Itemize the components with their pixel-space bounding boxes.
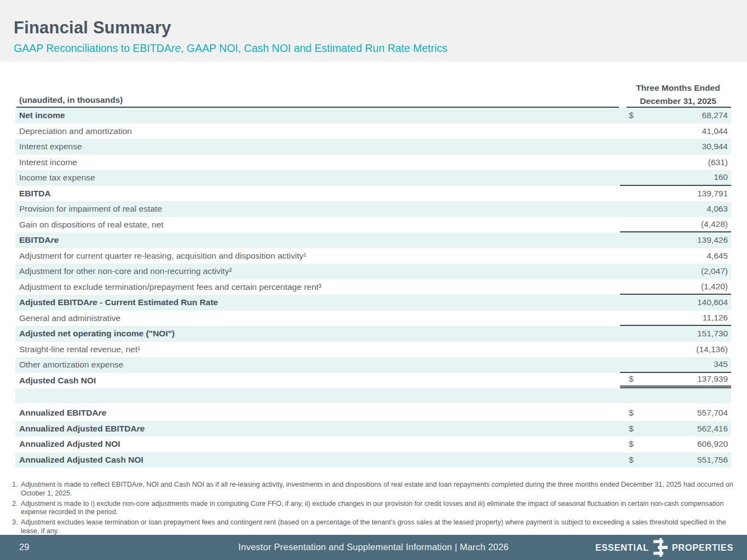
- footnote-text: Adjustment is made to reflect EBITDAre, …: [21, 481, 734, 498]
- row-value: 139,426: [620, 232, 731, 248]
- row-amount: (14,136): [629, 345, 728, 354]
- table-row: General and administrative11,126: [15, 311, 731, 326]
- row-label: Annualized Adjusted NOI: [15, 439, 620, 449]
- row-amount: 140,604: [629, 298, 728, 307]
- essential-properties-logo-icon: [653, 538, 668, 557]
- footnote-number: 1.: [12, 481, 21, 498]
- slide: Financial Summary GAAP Reconciliations t…: [0, 0, 747, 560]
- row-label: Other amortization expense: [15, 360, 620, 370]
- dollar-sign: $: [629, 408, 634, 418]
- table-row: Adjustment for current quarter re-leasin…: [15, 248, 731, 264]
- row-label: Adjustment to exclude termination/prepay…: [15, 282, 620, 292]
- row-value: (2,047): [620, 264, 731, 279]
- row-value: 41,044: [620, 124, 731, 139]
- row-value: $562,416: [620, 421, 731, 437]
- table-row: Interest expense30,944: [15, 139, 731, 155]
- row-value: $551,756: [620, 452, 731, 468]
- footnote: 1.Adjustment is made to reflect EBITDAre…: [12, 481, 734, 498]
- footnotes: 1.Adjustment is made to reflect EBITDAre…: [12, 481, 734, 538]
- table-row: Annualized Adjusted NOI$606,920: [15, 436, 731, 452]
- row-amount: 345: [629, 359, 728, 369]
- table-row: Adjusted net operating income ("NOI")151…: [15, 326, 731, 342]
- table-row: EBITDAre139,426: [15, 232, 731, 248]
- slide-footer: 29 Investor Presentation and Supplementa…: [0, 535, 747, 560]
- table-row: Other amortization expense345: [15, 357, 731, 373]
- row-amount: (1,420): [629, 282, 728, 291]
- table-row: Net income$68,274: [15, 108, 731, 124]
- table-row: Straight-line rental revenue, net¹(14,13…: [15, 342, 731, 358]
- company-logo: ESSENTIAL PROPERTIES: [595, 538, 733, 557]
- row-amount: 30,944: [629, 142, 728, 151]
- row-value: 345: [620, 357, 731, 373]
- row-value: $557,704: [620, 405, 731, 421]
- table-row: Annualized Adjusted Cash NOI$551,756: [15, 452, 731, 468]
- table-row: Income tax expense160: [15, 170, 731, 186]
- row-label: Income tax expense: [15, 173, 620, 183]
- unaudited-label: (unaudited, in thousands): [19, 95, 123, 105]
- row-amount: 11,126: [629, 313, 728, 323]
- row-label: Interest income: [15, 158, 620, 167]
- dollar-sign: $: [629, 424, 634, 434]
- row-amount: 557,704: [634, 408, 728, 418]
- row-value: (4,428): [620, 217, 731, 233]
- col-header-line1: Three Months Ended: [623, 81, 733, 95]
- footnote: 3.Adjustment excludes lease termination …: [12, 518, 734, 535]
- row-amount: 160: [629, 172, 728, 182]
- row-label: Net income: [15, 110, 620, 120]
- dollar-sign: $: [629, 374, 634, 384]
- dollar-sign: $: [629, 439, 634, 449]
- page-title: Financial Summary: [14, 18, 171, 38]
- table-spacer-row: [15, 388, 731, 403]
- table-row: Gain on dispositions of real estate, net…: [15, 217, 731, 233]
- footnote-number: 3.: [12, 518, 21, 535]
- table-row: EBITDA139,791: [15, 186, 731, 202]
- table-row: Adjustment to exclude termination/prepay…: [15, 279, 731, 295]
- table-row: Adjusted EBITDAre - Current Estimated Ru…: [15, 295, 731, 311]
- row-value: 4,063: [620, 201, 731, 217]
- row-label: Depreciation and amortization: [15, 126, 620, 136]
- row-amount: 551,756: [634, 455, 728, 465]
- row-label: Adjusted EBITDAre - Current Estimated Ru…: [15, 298, 620, 307]
- row-amount: (631): [629, 158, 728, 167]
- row-value: 151,730: [620, 326, 731, 342]
- row-value: (1,420): [620, 279, 731, 295]
- row-label: EBITDA: [15, 189, 620, 199]
- row-amount: 139,791: [629, 189, 728, 199]
- row-value: 4,645: [620, 248, 731, 264]
- row-value: 11,126: [620, 311, 731, 326]
- row-value: 160: [620, 170, 731, 186]
- row-label: Provision for impairment of real estate: [15, 204, 620, 214]
- footnote: 2.Adjustment is made to i) exclude non-c…: [12, 500, 734, 517]
- dollar-sign: $: [629, 455, 634, 465]
- logo-word-essential: ESSENTIAL: [595, 542, 649, 553]
- logo-word-properties: PROPERTIES: [672, 542, 733, 553]
- row-amount: 41,044: [629, 126, 728, 136]
- value-column-header: Three Months Ended December 31, 2025: [623, 81, 733, 108]
- col-header-line2: December 31, 2025: [623, 95, 733, 108]
- row-label: General and administrative: [15, 313, 620, 323]
- row-value: 140,604: [620, 295, 731, 311]
- row-value: $137,939: [620, 373, 731, 389]
- row-amount: 139,426: [629, 235, 728, 245]
- table-row: Depreciation and amortization41,044: [15, 124, 731, 139]
- table-row: Provision for impairment of real estate4…: [15, 201, 731, 217]
- row-amount: 68,274: [634, 110, 728, 120]
- footnote-text: Adjustment is made to i) exclude non-cor…: [21, 500, 734, 517]
- dollar-sign: $: [629, 110, 634, 120]
- row-label: Adjustment for current quarter re-leasin…: [15, 251, 620, 261]
- row-amount: 4,063: [629, 204, 728, 214]
- row-amount: 562,416: [634, 424, 728, 434]
- row-label: Adjusted net operating income ("NOI"): [15, 329, 620, 339]
- row-amount: (2,047): [629, 266, 728, 276]
- row-value: 139,791: [620, 186, 731, 202]
- row-amount: 137,939: [634, 374, 728, 384]
- row-value: (14,136): [620, 342, 731, 358]
- row-value: $68,274: [620, 108, 731, 124]
- slide-header: Financial Summary GAAP Reconciliations t…: [0, 0, 747, 62]
- row-amount: 4,645: [629, 251, 728, 261]
- row-label: Gain on dispositions of real estate, net: [15, 220, 620, 230]
- row-label: Annualized Adjusted EBITDAre: [15, 424, 620, 434]
- row-label: Adjustment for other non-core and non-re…: [15, 266, 620, 276]
- row-amount: 606,920: [634, 439, 728, 449]
- table-row: Adjusted Cash NOI$137,939: [15, 373, 731, 389]
